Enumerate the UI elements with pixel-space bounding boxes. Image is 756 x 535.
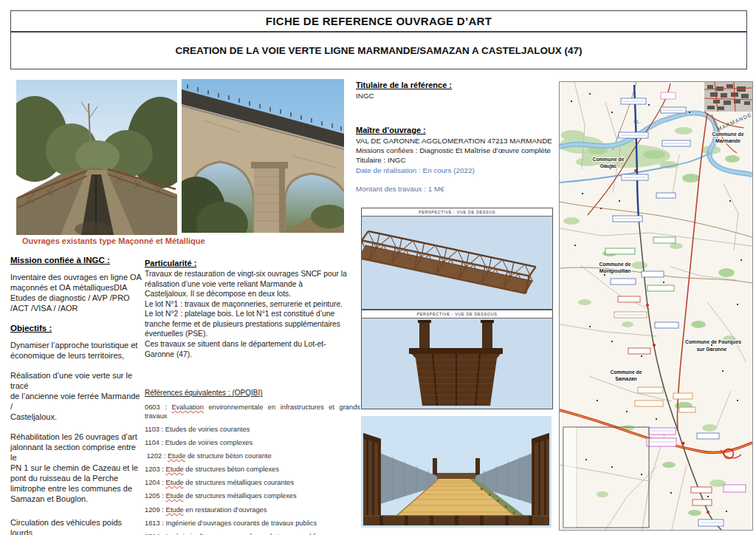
reference-code: 1203 :: [145, 466, 165, 473]
reference-item: 1813 : Ingénierie d’ouvrages courants de…: [145, 519, 360, 528]
moa-line: Missions confiées : Diagnostic Et Maîtri…: [356, 146, 559, 155]
titulaire-value: INGC: [356, 91, 559, 100]
render-interior-deck: [359, 414, 554, 530]
reference-word: Ingénierie: [165, 519, 196, 527]
photo-masonry-viaduct: [182, 79, 344, 233]
perspective-panel-bottom: PERSPECTIVE - VUE DE DESSOUS: [361, 310, 553, 409]
render-truss-top-view: [362, 217, 552, 309]
reference-item: 1205 : Etude de structures métalliques c…: [145, 492, 360, 501]
objectif-paragraph: Réhabilitation les 26 ouvrages d’art jal…: [10, 432, 143, 505]
photos-caption: Ouvrages existants type Maçonné et Métal…: [22, 236, 205, 245]
base-beam: [363, 516, 549, 525]
particularite-heading: Particularité :: [145, 259, 360, 268]
reference-word: Etude: [165, 492, 183, 500]
reference-item: 1104 : Etudes de voiries complexes: [145, 439, 360, 448]
montant-travaux-line: Montant des travaux : 1 M€: [356, 184, 559, 194]
left-column: Mission confiée à INGC : Inventaire des …: [10, 255, 143, 535]
render-truss-bottom-view: [362, 318, 552, 409]
reference-code: 1204 :: [145, 479, 165, 486]
underside-graphic: [362, 318, 551, 408]
photo-viaduct-graphic: [182, 79, 344, 233]
objectif-paragraph: Dynamiser l’approche touristique et écon…: [10, 341, 143, 361]
spacer: [356, 175, 559, 184]
reference-word: Evaluation: [171, 403, 203, 411]
commune-gaujac-label: Commune de: [592, 157, 624, 162]
fiche-page: FICHE DE REFERENCE OUVRAGE D’ART CREATIO…: [0, 0, 756, 535]
perspective-bottom-label: PERSPECTIVE - VUE DE DESSOUS: [362, 310, 552, 318]
commune-fourques-label: Commune de Fourques: [685, 339, 741, 345]
photo-deck-graphic: [16, 80, 177, 235]
middle-column: Particularité : Travaux de restauration …: [145, 259, 360, 535]
reference-text: de structures métalliques courantes: [184, 479, 294, 486]
reference-code: 1813 :: [145, 519, 165, 527]
reference-text: de structures béton complexes: [184, 466, 279, 473]
map-graphic: MARMANDE FL. Commune de Marmande Commune…: [560, 82, 752, 530]
reference-word: Etudes: [165, 426, 187, 433]
doc-title: FICHE DE REFERENCE OUVRAGE D’ART: [266, 15, 492, 27]
moa-line: Titulaire : INGC: [356, 155, 559, 165]
reference-word: Etude: [165, 479, 183, 486]
perspective-top-label: PERSPECTIVE - VUE DE DESSUS: [362, 208, 552, 217]
interior-deck-graphic: [359, 414, 554, 530]
location-map: MARMANDE FL. Commune de Marmande Commune…: [559, 81, 753, 531]
objectif-paragraph: Réalisation d’une voie verte sur le trac…: [10, 371, 143, 423]
objectif-paragraph: Circulation des véhicules poids lourds d…: [10, 518, 143, 535]
reference-code: 1209 :: [145, 506, 165, 514]
reference-text: de voiries courantes: [187, 426, 250, 433]
reference-text: de structure béton courante: [185, 452, 271, 460]
reference-code: 1103 :: [145, 426, 165, 433]
reference-item: 1209 : Etude en restauration d’ouvrages: [145, 506, 360, 515]
reference-text: de structures métalliques complexes: [184, 492, 297, 500]
reference-item: 1103 : Etudes de voiries courantes: [145, 426, 360, 435]
titulaire-heading: Titulaire de la référence :: [356, 80, 559, 91]
map-city-marmande: [704, 82, 752, 112]
commune-montpouillan-label: Commune de: [599, 262, 630, 267]
commune-samazan-label: Samazan: [615, 376, 636, 381]
reference-word: Etude: [165, 466, 183, 473]
commune-marmande-label: Marmande: [715, 138, 740, 143]
header-subtitle-box: CREATION DE LA VOIE VERTE LIGNE MARMANDE…: [10, 32, 747, 69]
commune-samazan-label: Commune de: [610, 369, 642, 375]
reference-code: 0603 :: [145, 403, 171, 411]
photo-metallic-bridge-deck: [16, 80, 177, 235]
moa-heading: Maître d’ouvrage :: [356, 125, 559, 136]
reference-item: 1204 : Etude de structures métalliques c…: [145, 479, 360, 488]
reference-item: 1202 : Etude de structure béton courante: [145, 452, 360, 461]
reference-code: 1202 :: [145, 452, 168, 460]
reference-text: d’ouvrages courants de travaux publics: [196, 519, 317, 527]
moa-line: VAL DE GARONNE AGGLOMERATION 47213 MARMA…: [356, 136, 559, 146]
commune-montpouillan-label: Montpouillan: [599, 268, 630, 274]
reference-code: 1205 :: [145, 492, 165, 500]
reference-word: Etude: [168, 452, 185, 460]
objectifs-heading: Objectifs :: [10, 323, 143, 334]
commune-fourques-label: sur Garonne: [697, 347, 727, 352]
references-heading: Références équivalentes : (OPQIBI): [145, 389, 360, 397]
doc-subtitle: CREATION DE LA VOIE VERTE LIGNE MARMANDE…: [175, 45, 582, 56]
commune-gaujac-label: Gaujac: [600, 163, 617, 169]
header-title-box: FICHE DE REFERENCE OUVRAGE D’ART: [10, 10, 747, 32]
mission-body: Inventaire des ouvrages en ligne OA maço…: [10, 273, 143, 314]
mission-heading: Mission confiée à INGC :: [10, 255, 143, 266]
reference-text: de voiries complexes: [187, 439, 252, 446]
reference-item: 1203 : Etude de structures béton complex…: [145, 466, 360, 474]
perspective-panel-top: PERSPECTIVE - VUE DE DESSUS: [361, 208, 553, 310]
truss-bridge-graphic: [362, 217, 551, 308]
particularite-body: Travaux de restauration de vingt-six ouv…: [145, 269, 360, 359]
reference-word: Etude: [165, 506, 183, 514]
reference-word: Etudes: [165, 439, 187, 446]
reference-info-column: Titulaire de la référence : INGC Maître …: [356, 80, 559, 194]
reference-text: en restauration d’ouvrages: [184, 506, 267, 514]
reference-code: 1104 :: [145, 439, 165, 446]
references-section: Références équivalentes : (OPQIBI) 0603 …: [145, 389, 360, 535]
date-realisation-line: Date de réalisation : En cours (2022): [356, 166, 559, 175]
spacer: [356, 100, 559, 125]
reference-item: 0603 : Evaluation environnementale en in…: [145, 403, 360, 420]
commune-marmande-label: Commune de: [712, 132, 743, 137]
map-fl-label: FL.: [633, 119, 641, 124]
